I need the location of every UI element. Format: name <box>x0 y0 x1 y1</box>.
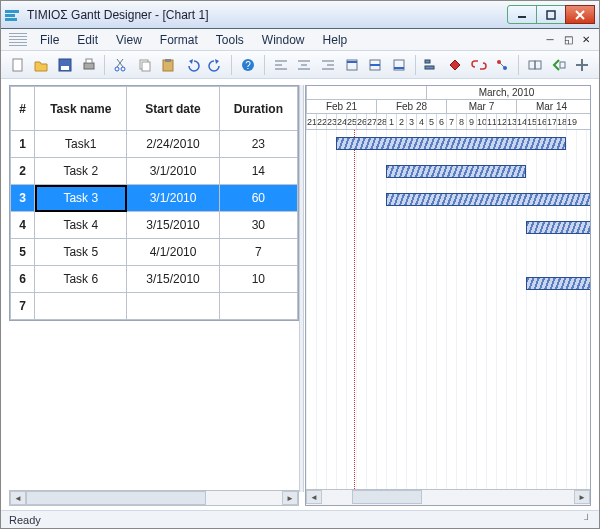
align-top-icon[interactable] <box>341 54 363 76</box>
scroll-left-icon[interactable]: ◄ <box>306 490 322 504</box>
cell-dur[interactable]: 30 <box>219 212 297 239</box>
new-icon[interactable] <box>7 54 29 76</box>
cell-start[interactable]: 3/1/2010 <box>127 185 219 212</box>
cell-name[interactable]: Task 4 <box>35 212 127 239</box>
align-left-icon[interactable] <box>270 54 292 76</box>
menu-help[interactable]: Help <box>314 33 357 47</box>
scroll-thumb[interactable] <box>352 490 422 504</box>
menu-edit[interactable]: Edit <box>68 33 107 47</box>
svg-rect-7 <box>13 59 22 71</box>
gantt-bar[interactable] <box>336 137 566 150</box>
row-header[interactable]: 5 <box>11 239 35 266</box>
table-row[interactable]: 6Task 63/15/201010 <box>11 266 298 293</box>
help-icon[interactable]: ? <box>237 54 259 76</box>
row-header[interactable]: 2 <box>11 158 35 185</box>
cell-dur[interactable]: 14 <box>219 158 297 185</box>
row-header[interactable]: 4 <box>11 212 35 239</box>
cell-dur[interactable] <box>219 293 297 320</box>
col-header-index[interactable]: # <box>11 87 35 131</box>
menu-format[interactable]: Format <box>151 33 207 47</box>
day-header: 28 <box>376 114 386 130</box>
cell-start[interactable]: 3/15/2010 <box>127 212 219 239</box>
mdi-restore-button[interactable]: ◱ <box>561 33 575 46</box>
mdi-minimize-button[interactable]: ─ <box>543 33 557 46</box>
undo-icon[interactable] <box>181 54 203 76</box>
col-header-startdate[interactable]: Start date <box>127 87 219 131</box>
milestone-icon[interactable] <box>444 54 466 76</box>
cut-icon[interactable] <box>110 54 132 76</box>
table-row[interactable]: 2Task 23/1/201014 <box>11 158 298 185</box>
align-middle-icon[interactable] <box>364 54 386 76</box>
col-header-taskname[interactable]: Task name <box>35 87 127 131</box>
month-header <box>306 86 426 99</box>
close-button[interactable] <box>565 5 595 24</box>
gantt-bar[interactable] <box>386 165 526 178</box>
cell-dur[interactable]: 23 <box>219 131 297 158</box>
fit-icon[interactable] <box>571 54 593 76</box>
cell-dur[interactable]: 7 <box>219 239 297 266</box>
save-icon[interactable] <box>54 54 76 76</box>
grid-horizontal-scrollbar[interactable]: ◄ ► <box>9 490 299 506</box>
cell-name[interactable]: Task 3 <box>35 185 127 212</box>
row-header[interactable]: 3 <box>11 185 35 212</box>
copy-icon[interactable] <box>134 54 156 76</box>
cell-name[interactable]: Task 5 <box>35 239 127 266</box>
redo-icon[interactable] <box>205 54 227 76</box>
zoom-out-icon[interactable] <box>548 54 570 76</box>
resize-grip-icon[interactable]: ┘ <box>584 514 591 525</box>
cell-dur[interactable]: 10 <box>219 266 297 293</box>
svg-rect-2 <box>5 18 17 21</box>
maximize-button[interactable] <box>536 5 566 24</box>
cell-dur[interactable]: 60 <box>219 185 297 212</box>
scroll-right-icon[interactable]: ► <box>282 491 298 505</box>
titlebar: ΤΙΜΙΟΣ Gantt Designer - [Chart 1] <box>1 1 599 29</box>
scroll-left-icon[interactable]: ◄ <box>10 491 26 505</box>
mdi-close-button[interactable]: ✕ <box>579 33 593 46</box>
table-row[interactable]: 5Task 54/1/20107 <box>11 239 298 266</box>
cell-start[interactable]: 3/15/2010 <box>127 266 219 293</box>
task-grid[interactable]: # Task name Start date Duration 1Task12/… <box>9 85 299 321</box>
align-center-icon[interactable] <box>294 54 316 76</box>
day-header: 24 <box>336 114 346 130</box>
link-icon[interactable] <box>468 54 490 76</box>
scroll-right-icon[interactable]: ► <box>574 490 590 504</box>
menu-window[interactable]: Window <box>253 33 314 47</box>
cell-start[interactable]: 4/1/2010 <box>127 239 219 266</box>
gantt-bar[interactable] <box>526 221 590 234</box>
menu-tools[interactable]: Tools <box>207 33 253 47</box>
scroll-thumb[interactable] <box>26 491 206 505</box>
align-bottom-icon[interactable] <box>388 54 410 76</box>
row-header[interactable]: 7 <box>11 293 35 320</box>
col-header-duration[interactable]: Duration <box>219 87 297 131</box>
day-header: 6 <box>436 114 446 130</box>
table-row[interactable]: 4Task 43/15/201030 <box>11 212 298 239</box>
table-row[interactable]: 7 <box>11 293 298 320</box>
zoom-in-icon[interactable] <box>524 54 546 76</box>
dependency-icon[interactable] <box>492 54 514 76</box>
print-icon[interactable] <box>78 54 100 76</box>
paste-icon[interactable] <box>158 54 180 76</box>
task-grid-pane: # Task name Start date Duration 1Task12/… <box>9 85 299 506</box>
cell-name[interactable]: Task1 <box>35 131 127 158</box>
gantt-chart-canvas[interactable] <box>306 130 590 489</box>
cell-start[interactable]: 3/1/2010 <box>127 158 219 185</box>
gantt-bar[interactable] <box>386 193 590 206</box>
gantt-bar[interactable] <box>526 277 590 290</box>
table-row[interactable]: 1Task12/24/201023 <box>11 131 298 158</box>
cell-name[interactable]: Task 2 <box>35 158 127 185</box>
cell-start[interactable]: 2/24/2010 <box>127 131 219 158</box>
table-row[interactable]: 3Task 33/1/201060 <box>11 185 298 212</box>
row-header[interactable]: 1 <box>11 131 35 158</box>
open-icon[interactable] <box>31 54 53 76</box>
row-header[interactable]: 6 <box>11 266 35 293</box>
menu-view[interactable]: View <box>107 33 151 47</box>
pane-splitter[interactable] <box>299 85 304 492</box>
chart-horizontal-scrollbar[interactable]: ◄ ► <box>306 489 590 505</box>
cell-start[interactable] <box>127 293 219 320</box>
bars-icon[interactable] <box>421 54 443 76</box>
align-right-icon[interactable] <box>317 54 339 76</box>
minimize-button[interactable] <box>507 5 537 24</box>
cell-name[interactable] <box>35 293 127 320</box>
menu-file[interactable]: File <box>31 33 68 47</box>
cell-name[interactable]: Task 6 <box>35 266 127 293</box>
